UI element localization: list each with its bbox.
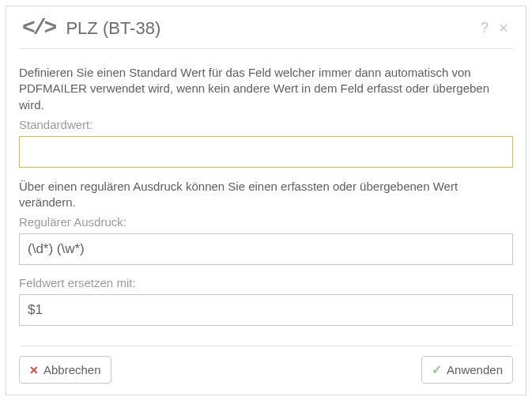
help-icon[interactable]: ?: [475, 20, 494, 36]
dialog-body: Definieren Sie einen Standard Wert für d…: [19, 49, 513, 346]
dialog-title: PLZ (BT-38): [66, 18, 475, 39]
input-replace[interactable]: [19, 294, 513, 326]
x-icon: ✕: [29, 364, 39, 376]
dialog-header: </> PLZ (BT-38) ? ×: [19, 16, 513, 49]
check-icon: ✓: [432, 362, 442, 377]
cancel-button-label: Abbrechen: [43, 363, 101, 376]
apply-button[interactable]: ✓ Anwenden: [421, 356, 513, 384]
code-icon: </>: [22, 16, 55, 40]
label-replace: Feldwert ersetzen mit:: [19, 276, 513, 289]
close-icon[interactable]: ×: [494, 19, 513, 37]
input-regex[interactable]: [19, 233, 513, 265]
dialog-inner: </> PLZ (BT-38) ? × Definieren Sie einen…: [6, 6, 526, 395]
label-regex: Regulärer Ausdruck:: [19, 215, 513, 229]
dialog-container: </> PLZ (BT-38) ? × Definieren Sie einen…: [0, 0, 532, 401]
label-default-value: Standardwert:: [19, 118, 513, 131]
cancel-button[interactable]: ✕ Abbrechen: [19, 356, 111, 384]
input-default-value[interactable]: [19, 136, 513, 168]
apply-button-label: Anwenden: [447, 363, 503, 376]
description-regex: Über einen regulären Ausdruck können Sie…: [19, 179, 513, 211]
description-default-value: Definieren Sie einen Standard Wert für d…: [19, 65, 513, 113]
dialog-footer: ✕ Abbrechen ✓ Anwenden: [19, 346, 513, 384]
